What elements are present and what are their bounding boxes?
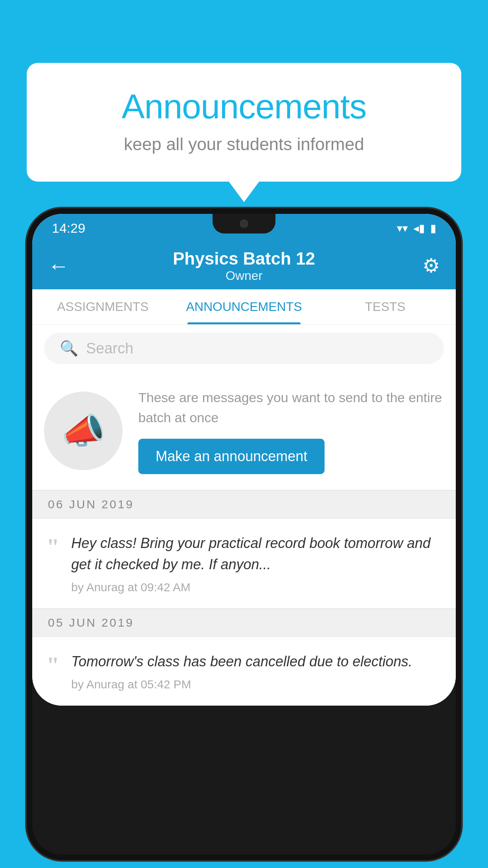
speech-bubble: Announcements keep all your students inf… [27, 63, 461, 182]
volume-down-button [27, 355, 31, 383]
phone-screen: 14:29 ▾▾ ◂▮ ▮ ← Physics Batch 12 Owner ⚙ [32, 214, 456, 706]
phone-frame: 14:29 ▾▾ ◂▮ ▮ ← Physics Batch 12 Owner ⚙ [27, 208, 461, 860]
top-bar: ← Physics Batch 12 Owner ⚙ [32, 242, 456, 289]
announcement-content-1: Hey class! Bring your practical record b… [71, 533, 442, 594]
power-button [457, 336, 461, 375]
tabs-bar: ASSIGNMENTS ANNOUNCEMENTS TESTS [32, 289, 456, 325]
status-bar: 14:29 ▾▾ ◂▮ ▮ [32, 214, 456, 242]
search-placeholder: Search [86, 340, 133, 357]
announcement-text-2: Tomorrow's class has been cancelled due … [71, 651, 442, 672]
notch [213, 214, 275, 234]
signal-icon: ◂▮ [413, 222, 425, 235]
speech-bubble-container: Announcements keep all your students inf… [27, 63, 461, 182]
wifi-icon: ▾▾ [397, 222, 408, 235]
announcement-meta-1: by Anurag at 09:42 AM [71, 581, 442, 594]
announcement-right: These are messages you want to send to t… [138, 388, 444, 474]
status-time: 14:29 [52, 221, 85, 236]
announcement-text-1: Hey class! Bring your practical record b… [71, 533, 442, 575]
megaphone-icon: 📣 [61, 410, 105, 452]
phone-container: 14:29 ▾▾ ◂▮ ▮ ← Physics Batch 12 Owner ⚙ [27, 208, 461, 860]
date-separator-1: 06 JUN 2019 [32, 490, 456, 519]
search-icon: 🔍 [60, 340, 78, 357]
bubble-title: Announcements [58, 86, 430, 127]
quote-icon-1: " [46, 535, 59, 594]
tab-announcements[interactable]: ANNOUNCEMENTS [173, 289, 314, 324]
announcement-content-2: Tomorrow's class has been cancelled due … [71, 651, 442, 691]
tab-tests[interactable]: TESTS [315, 289, 456, 324]
camera [240, 219, 248, 228]
announcement-icon-circle: 📣 [44, 392, 123, 470]
announcement-prompt: 📣 These are messages you want to send to… [32, 372, 456, 490]
announcement-item-1[interactable]: " Hey class! Bring your practical record… [32, 519, 456, 609]
bubble-subtitle: keep all your students informed [58, 134, 430, 154]
date-separator-2: 05 JUN 2019 [32, 609, 456, 637]
make-announcement-button[interactable]: Make an announcement [138, 439, 325, 474]
search-bar[interactable]: 🔍 Search [44, 333, 444, 364]
quote-icon-2: " [46, 653, 59, 691]
batch-title: Physics Batch 12 [173, 249, 315, 268]
battery-icon: ▮ [430, 222, 436, 235]
batch-role: Owner [173, 268, 315, 283]
announcement-description: These are messages you want to send to t… [138, 388, 444, 428]
top-bar-title-area: Physics Batch 12 Owner [173, 249, 315, 283]
tab-assignments[interactable]: ASSIGNMENTS [32, 289, 173, 324]
volume-up-button [27, 316, 31, 344]
announcement-meta-2: by Anurag at 05:42 PM [71, 678, 442, 691]
search-bar-container: 🔍 Search [32, 325, 456, 372]
back-button[interactable]: ← [48, 254, 69, 278]
settings-icon[interactable]: ⚙ [422, 254, 440, 277]
announcement-item-2[interactable]: " Tomorrow's class has been cancelled du… [32, 637, 456, 706]
status-icons: ▾▾ ◂▮ ▮ [397, 222, 436, 235]
